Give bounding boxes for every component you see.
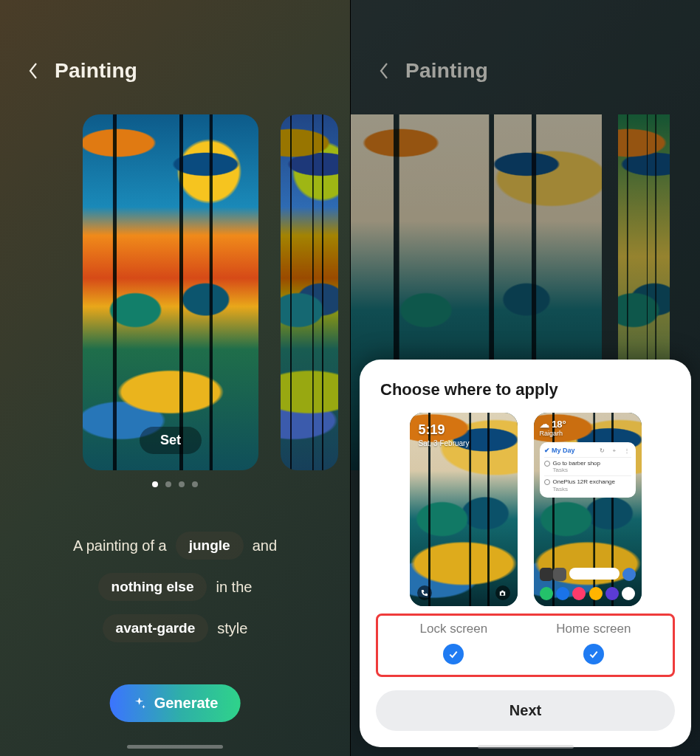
set-button[interactable]: Set [140,427,202,454]
right-pane: Painting Generate Choose where to apply … [350,0,700,756]
prompt-text: in the [216,579,252,596]
home-row [540,568,636,581]
lock-screen-thumbnail[interactable]: 5:19 Sat, 3 February [410,413,518,606]
prompt-text: A painting of a [73,537,167,554]
prompt-text: style [217,620,247,637]
tasks-widget: ✔ My Day ↻ + ⋮ Go to barber shopTasks On… [540,442,636,498]
option-label: Lock screen [420,622,488,636]
apply-sheet: Choose where to apply 5:19 Sat, 3 Februa… [360,360,691,747]
home-dock [540,587,636,600]
home-screen-thumbnail[interactable]: ☁ 18° Raigarh ✔ My Day ↻ + ⋮ Go to barbe… [534,413,642,606]
back-button[interactable] [25,63,41,79]
next-button[interactable]: Next [376,690,675,731]
wallpaper-preview-image [281,114,338,470]
header: Painting [0,0,350,83]
checkmark-icon[interactable] [583,644,604,664]
option-home-screen[interactable]: Home screen [556,622,631,664]
checkmark-icon[interactable] [443,644,464,664]
sheet-title: Choose where to apply [380,380,670,399]
dot[interactable] [165,481,171,487]
apply-thumbnails: 5:19 Sat, 3 February ☁ 18° Raigarh [376,413,675,606]
home-indicator[interactable] [127,745,223,749]
dot[interactable] [179,481,185,487]
generate-label: Generate [154,695,219,712]
chip-style[interactable]: avant-garde [103,614,209,642]
left-pane: Painting Set A painting of a jungle and … [0,0,350,756]
carousel-dots [0,481,350,487]
lock-shortcut-icons [410,585,518,600]
prompt-text: and [253,537,277,554]
page-title: Painting [55,59,137,83]
chip-modifier[interactable]: nothing else [98,573,207,601]
wallpaper-carousel[interactable]: Set [83,114,350,470]
phone-icon [417,585,432,600]
chip-subject[interactable]: jungle [176,532,244,560]
wallpaper-preview-image [83,114,258,470]
search-pill [569,568,620,580]
weather-widget: ☁ 18° Raigarh [540,419,566,437]
generate-button[interactable]: Generate [110,684,241,722]
option-label: Home screen [556,622,631,636]
wallpaper-card-peek[interactable] [281,114,338,470]
home-indicator[interactable] [478,745,574,749]
apply-options-highlight: Lock screen Home screen [376,614,675,677]
option-lock-screen[interactable]: Lock screen [420,622,488,664]
camera-icon [495,585,510,600]
wallpaper-card-main[interactable]: Set [83,114,258,470]
dot[interactable] [192,481,198,487]
prompt-builder: A painting of a jungle and nothing else … [0,532,350,642]
sparkle-icon [132,696,147,711]
dot[interactable] [152,481,158,487]
lock-clock-overlay: 5:19 Sat, 3 February [419,422,470,448]
